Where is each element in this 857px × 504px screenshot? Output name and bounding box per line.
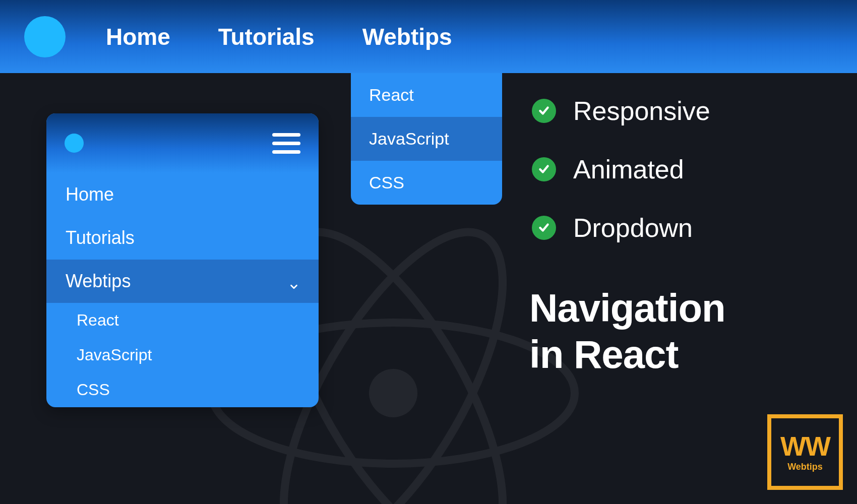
dropdown-item-javascript[interactable]: JavaScript: [351, 117, 502, 161]
headline-line1: Navigation: [529, 285, 725, 331]
mobile-sub-javascript[interactable]: JavaScript: [46, 338, 319, 372]
feature-responsive: Responsive: [532, 96, 710, 126]
mobile-item-tutorials[interactable]: Tutorials: [46, 216, 319, 260]
chevron-down-icon: [288, 276, 299, 287]
mobile-item-label: Tutorials: [66, 227, 135, 248]
mobile-sub-css[interactable]: CSS: [46, 372, 319, 407]
dropdown-item-css[interactable]: CSS: [351, 161, 502, 205]
mobile-nav-header: [46, 113, 319, 173]
mobile-item-webtips[interactable]: Webtips: [46, 260, 319, 303]
check-icon: [532, 157, 556, 181]
mobile-nav-card: Home Tutorials Webtips React JavaScript …: [46, 113, 319, 407]
feature-dropdown: Dropdown: [532, 213, 710, 243]
mobile-sub-react[interactable]: React: [46, 303, 319, 338]
logo-dot-small-icon: [65, 134, 84, 153]
badge-logo-icon: WW: [780, 432, 830, 460]
nav-link-webtips[interactable]: Webtips: [362, 23, 452, 50]
feature-animated: Animated: [532, 154, 710, 184]
feature-label: Animated: [573, 154, 684, 184]
check-icon: [532, 99, 556, 123]
nav-link-home[interactable]: Home: [106, 23, 170, 50]
webtips-dropdown: React JavaScript CSS: [351, 73, 502, 205]
dropdown-item-react[interactable]: React: [351, 73, 502, 117]
nav-link-tutorials[interactable]: Tutorials: [218, 23, 315, 50]
top-navbar: Home Tutorials Webtips: [0, 0, 857, 73]
feature-label: Dropdown: [573, 213, 693, 243]
badge-sub: Webtips: [787, 462, 823, 472]
mobile-item-home[interactable]: Home: [46, 173, 319, 216]
hamburger-icon[interactable]: [272, 133, 300, 154]
logo-dot-icon: [24, 16, 66, 57]
mobile-item-label: Webtips: [66, 271, 131, 292]
mobile-nav-list: Home Tutorials Webtips React JavaScript …: [46, 173, 319, 407]
headline: Navigation in React: [529, 285, 725, 377]
svg-point-3: [369, 369, 417, 417]
webtips-badge: WW Webtips: [767, 414, 843, 490]
top-nav-links: Home Tutorials Webtips: [106, 23, 452, 50]
check-icon: [532, 216, 556, 240]
feature-label: Responsive: [573, 96, 710, 126]
feature-list: Responsive Animated Dropdown: [532, 96, 710, 243]
mobile-item-label: Home: [66, 184, 114, 205]
headline-line2: in React: [529, 331, 725, 377]
